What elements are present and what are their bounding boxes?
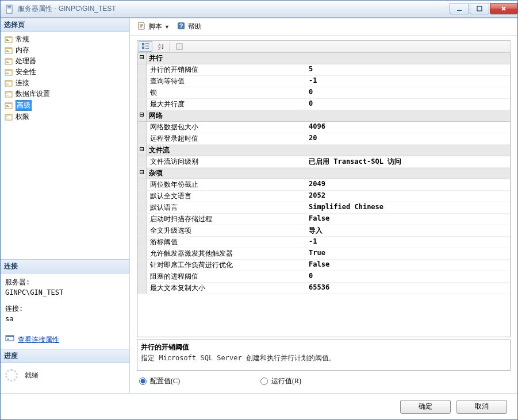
property-row[interactable]: 针对即席工作负荷进行优化False [137, 260, 510, 271]
property-value[interactable]: 65536 [305, 283, 510, 294]
property-value[interactable]: -1 [305, 76, 510, 87]
property-name: 文件流访问级别 [147, 156, 305, 167]
property-value[interactable]: 2052 [305, 191, 510, 202]
maximize-button[interactable] [470, 3, 489, 14]
script-button[interactable]: 脚本 ▼ [135, 20, 172, 33]
svg-rect-1 [7, 6, 11, 7]
property-value[interactable]: 0 [305, 271, 510, 282]
svg-rect-23 [5, 80, 12, 82]
property-value[interactable]: 导入 [305, 225, 510, 236]
help-button[interactable]: ? 帮助 [174, 20, 204, 33]
view-connection-properties-link[interactable]: 查看连接属性 [5, 333, 59, 345]
property-row[interactable]: 游标阈值-1 [137, 237, 510, 248]
property-row[interactable]: 并行的开销阈值5 [137, 64, 510, 76]
running-value-radio[interactable]: 运行值(R) [260, 376, 301, 386]
close-button[interactable] [490, 3, 517, 14]
category-row[interactable]: ⊟文件流 [137, 145, 510, 156]
category-row[interactable]: ⊟网络 [137, 110, 510, 122]
categorized-button[interactable] [139, 41, 152, 52]
sidebar-item-label: 内存 [16, 45, 29, 55]
property-row[interactable]: 默认语言Simplified Chinese [137, 202, 510, 214]
property-row[interactable]: 阻塞的进程阈值0 [137, 271, 510, 283]
property-row[interactable]: 锁0 [137, 87, 510, 99]
sidebar-item[interactable]: 内存 [3, 45, 127, 56]
property-row[interactable]: 查询等待值-1 [137, 76, 510, 87]
property-grid[interactable]: ⊟并行并行的开销阈值5查询等待值-1锁0最大并行度0⊟网络网络数据包大小4096… [137, 53, 511, 337]
ok-button[interactable]: 确定 [400, 400, 451, 414]
property-value[interactable]: 4096 [305, 122, 510, 133]
minimize-button[interactable] [450, 3, 469, 14]
property-row[interactable]: 两位数年份截止2049 [137, 179, 510, 191]
svg-rect-8 [6, 39, 8, 40]
property-value[interactable]: 20 [305, 133, 510, 144]
progress-spinner-icon [5, 369, 18, 382]
svg-rect-9 [6, 40, 9, 41]
page-icon [4, 35, 13, 44]
property-value[interactable]: False [305, 260, 510, 271]
svg-rect-41 [7, 339, 9, 340]
page-icon [4, 68, 13, 77]
property-row[interactable]: 允许触发器激发其他触发器True [137, 248, 510, 260]
page-icon [4, 79, 13, 88]
property-row[interactable]: 默认全文语言2052 [137, 191, 510, 202]
property-row[interactable]: 全文升级选项导入 [137, 225, 510, 237]
svg-rect-47 [145, 45, 149, 45]
collapse-icon[interactable]: ⊟ [137, 168, 147, 179]
sidebar-item[interactable]: 数据库设置 [3, 88, 127, 99]
property-value[interactable]: Simplified Chinese [305, 202, 510, 213]
svg-rect-17 [6, 62, 9, 63]
property-row[interactable]: 最大并行度0 [137, 99, 510, 110]
property-row[interactable]: 网络数据包大小4096 [137, 122, 510, 133]
category-row[interactable]: ⊟杂项 [137, 168, 510, 179]
property-row[interactable]: 启动时扫描存储过程False [137, 214, 510, 225]
app-icon [5, 5, 14, 14]
description-box: 并行的开销阈值 指定 Microsoft SQL Server 创建和执行并行计… [137, 340, 511, 371]
property-value[interactable]: 已启用 Transact-SQL 访问 [305, 156, 510, 167]
property-value[interactable]: 0 [305, 87, 510, 98]
property-name: 远程登录超时值 [147, 133, 305, 144]
page-icon [4, 57, 13, 66]
property-name: 游标阈值 [147, 237, 305, 248]
svg-rect-44 [142, 43, 144, 45]
page-icon [4, 101, 13, 110]
svg-rect-19 [5, 70, 12, 71]
property-row[interactable]: 文件流访问级别已启用 Transact-SQL 访问 [137, 156, 510, 168]
property-value[interactable]: 5 [305, 64, 510, 75]
sidebar-item[interactable]: 安全性 [3, 67, 127, 78]
property-value[interactable]: False [305, 214, 510, 225]
category-row[interactable]: ⊟并行 [137, 53, 510, 64]
category-label: 文件流 [147, 145, 172, 156]
property-pages-button[interactable] [172, 41, 186, 52]
cancel-button[interactable]: 取消 [456, 400, 507, 414]
sidebar-item[interactable]: 高级 [3, 99, 127, 111]
sidebar-item[interactable]: 常规 [3, 34, 127, 45]
property-value[interactable]: -1 [305, 237, 510, 248]
property-name: 默认全文语言 [147, 191, 305, 202]
value-mode-row: 配置值(C) 运行值(R) [137, 371, 511, 391]
property-name: 全文升级选项 [147, 225, 305, 236]
collapse-icon[interactable]: ⊟ [137, 110, 147, 121]
property-row[interactable]: 远程登录超时值20 [137, 133, 510, 145]
collapse-icon[interactable]: ⊟ [137, 145, 147, 156]
configured-value-radio[interactable]: 配置值(C) [139, 376, 180, 386]
sidebar-item[interactable]: 权限 [3, 111, 127, 122]
svg-rect-49 [145, 48, 149, 49]
alphabetical-button[interactable]: AZ [154, 41, 167, 52]
property-value[interactable]: True [305, 248, 510, 259]
svg-rect-28 [6, 94, 8, 94]
sidebar-item[interactable]: 处理器 [3, 56, 127, 67]
svg-rect-31 [5, 103, 12, 104]
titlebar[interactable]: 服务器属性 - GINPC\GIN_TEST [1, 1, 517, 18]
svg-rect-3 [7, 9, 11, 9]
svg-rect-52 [176, 44, 182, 49]
page-icon [4, 90, 13, 99]
property-row[interactable]: 最大文本复制大小65536 [137, 283, 510, 294]
toolbar: 脚本 ▼ ? 帮助 [130, 18, 517, 36]
sidebar-item[interactable]: 连接 [3, 78, 127, 88]
property-value[interactable]: 2049 [305, 179, 510, 190]
connection-value: sa [5, 314, 125, 324]
property-value[interactable]: 0 [305, 99, 510, 110]
chevron-down-icon: ▼ [164, 24, 170, 30]
description-text: 指定 Microsoft SQL Server 创建和执行并行计划的阈值。 [141, 353, 507, 363]
collapse-icon[interactable]: ⊟ [137, 53, 147, 64]
